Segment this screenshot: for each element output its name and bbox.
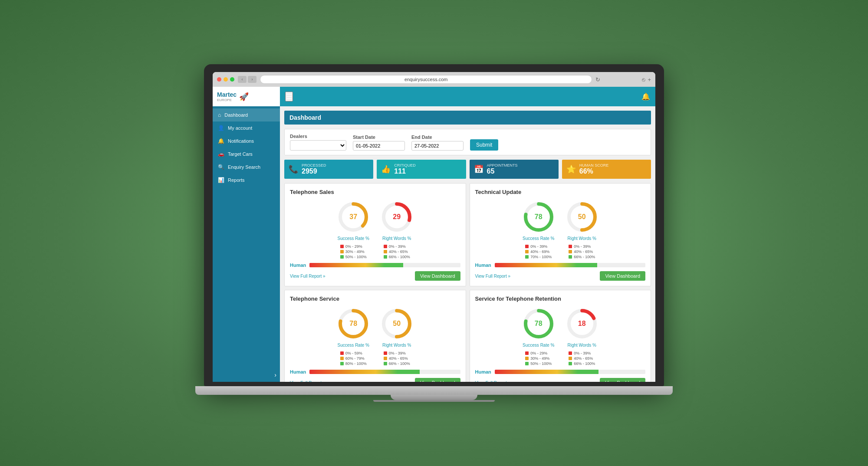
forward-button[interactable]: ›	[248, 76, 256, 83]
human-score-icon: ⭐	[566, 164, 576, 174]
legend-dot	[569, 245, 572, 248]
laptop-foot	[373, 400, 495, 402]
legend-dot	[384, 250, 387, 253]
charts-row: 37 Success Rate % 0% - 29% 30% - 49% 50%…	[290, 200, 460, 259]
legend-item: 40% - 65%	[384, 249, 410, 254]
card-footer: View Full Report » View Dashboard	[290, 271, 460, 281]
donut-right-words: 50	[565, 200, 599, 234]
view-dashboard-button[interactable]: View Dashboard	[600, 378, 645, 382]
legend-item: 40% - 69%	[525, 249, 552, 254]
sidebar-nav: ⌂ Dashboard 👤 My account 🔔 Notifications	[213, 106, 280, 368]
laptop-stand	[391, 395, 477, 400]
card-technical-update: Technical Update 78 Success Rate % 0% - …	[470, 183, 651, 286]
sidebar-item-dashboard[interactable]: ⌂ Dashboard	[213, 108, 280, 121]
legend-dot	[340, 250, 344, 253]
legend-text: 0% - 29%	[530, 351, 547, 355]
sidebar-collapse-button[interactable]: ›	[213, 368, 280, 382]
chart-success-rate: 37 Success Rate % 0% - 29% 30% - 49% 50%…	[336, 200, 371, 259]
sidebar-item-account[interactable]: 👤 My account	[213, 121, 280, 135]
human-row: Human 62%	[290, 263, 460, 268]
legend-item: 0% - 29%	[340, 244, 367, 249]
card-title: Telephone Sales	[290, 189, 460, 195]
hamburger-menu-button[interactable]: ☰	[285, 92, 293, 102]
stat-appointments: 📅 APPOINTMENTS 65	[470, 160, 559, 179]
notification-button[interactable]: 🔔	[641, 92, 650, 101]
chart-label: Success Rate %	[523, 236, 554, 241]
legend-text: 70% - 100%	[530, 255, 552, 259]
legend-dot	[384, 255, 387, 259]
start-date-input[interactable]	[353, 141, 405, 151]
legend-text: 66% - 100%	[389, 255, 410, 259]
chart-label: Success Rate %	[338, 343, 369, 348]
sidebar: Martec EUROPE 🚀 ⌂ Dashboard 👤 My account	[213, 87, 280, 382]
chart-success-rate: 78 Success Rate % 0% - 59% 60% - 79% 80%…	[336, 306, 371, 366]
legend: 0% - 39% 40% - 65% 66% - 100%	[384, 351, 410, 366]
legend: 0% - 39% 40% - 65% 66% - 100%	[569, 244, 595, 259]
maximize-button[interactable]	[230, 77, 234, 82]
end-date-input[interactable]	[411, 141, 464, 151]
view-report-link[interactable]: View Full Report »	[290, 381, 326, 382]
view-dashboard-button[interactable]: View Dashboard	[415, 378, 460, 382]
stats-row: 📞 PROCESSED 2959 👍 CRITIQUED	[284, 160, 651, 179]
legend: 0% - 39% 40% - 65% 66% - 100%	[569, 351, 595, 366]
view-report-link[interactable]: View Full Report »	[475, 381, 511, 382]
minimize-button[interactable]	[224, 77, 228, 82]
close-button[interactable]	[217, 77, 221, 82]
legend-item: 66% - 100%	[569, 255, 595, 259]
appointments-icon: 📅	[474, 164, 483, 174]
legend-text: 40% - 69%	[530, 249, 549, 254]
donut-right-words: 29	[379, 200, 414, 234]
donut-value: 37	[349, 213, 357, 221]
dashboard-grid: Telephone Sales 37 Success Rate % 0% - 2…	[284, 183, 651, 382]
legend-item: 0% - 59%	[340, 351, 367, 355]
topbar-left: ☰	[285, 92, 293, 102]
sidebar-item-reports[interactable]: 📊 Reports	[213, 174, 280, 187]
sidebar-item-notifications[interactable]: 🔔 Notifications	[213, 135, 280, 148]
target-cars-icon: 🚗	[218, 151, 224, 157]
legend-item: 0% - 39%	[525, 244, 552, 249]
new-tab-button[interactable]: +	[648, 76, 651, 83]
dealers-select[interactable]	[290, 140, 346, 151]
donut-value: 29	[393, 213, 401, 221]
human-label: Human	[290, 369, 306, 374]
back-button[interactable]: ‹	[238, 76, 247, 83]
sidebar-logo: Martec EUROPE 🚀	[213, 87, 280, 106]
app-container: Martec EUROPE 🚀 ⌂ Dashboard 👤 My account	[213, 87, 655, 382]
donut-success: 78	[521, 200, 556, 234]
view-report-link[interactable]: View Full Report »	[475, 274, 511, 279]
sidebar-item-label: Dashboard	[224, 112, 248, 118]
human-score-value: 66%	[579, 167, 609, 175]
refresh-button[interactable]: ↻	[595, 76, 600, 83]
legend-dot	[569, 250, 572, 253]
card-footer: View Full Report » View Dashboard	[475, 378, 646, 382]
card-telephone-sales: Telephone Sales 37 Success Rate % 0% - 2…	[284, 183, 466, 286]
page-title: Dashboard	[284, 111, 651, 125]
sidebar-item-target-cars[interactable]: 🚗 Target Cars	[213, 148, 280, 161]
share-button[interactable]: ⎋	[642, 76, 645, 83]
legend-item: 0% - 39%	[384, 351, 410, 355]
stat-processed: 📞 PROCESSED 2959	[284, 160, 373, 179]
view-dashboard-button[interactable]: View Dashboard	[415, 271, 460, 281]
critiqued-value: 111	[394, 167, 416, 175]
appointments-label: APPOINTMENTS	[487, 163, 518, 167]
legend-item: 40% - 65%	[569, 249, 595, 254]
submit-button[interactable]: Submit	[470, 139, 498, 151]
view-dashboard-button[interactable]: View Dashboard	[600, 271, 645, 281]
legend-dot	[340, 357, 344, 360]
legend-item: 40% - 65%	[569, 356, 595, 361]
legend-item: 0% - 29%	[525, 351, 552, 355]
processed-label: PROCESSED	[302, 163, 326, 167]
legend-item: 66% - 100%	[569, 361, 595, 366]
donut-success: 78	[336, 306, 371, 341]
legend-dot	[525, 357, 529, 360]
sidebar-item-enquiry-search[interactable]: 🔍 Enquiry Search	[213, 161, 280, 174]
screen-bezel: ‹ › enquirysuccess.com ↻ ⎋ + Martec	[204, 64, 664, 386]
address-bar[interactable]: enquirysuccess.com	[260, 75, 592, 84]
nav-buttons: ‹ ›	[238, 76, 256, 83]
legend-text: 0% - 59%	[345, 351, 362, 355]
progress-bar	[309, 263, 403, 267]
logo-sub: EUROPE	[217, 98, 237, 102]
legend: 0% - 59% 60% - 79% 80% - 100%	[340, 351, 367, 366]
view-report-link[interactable]: View Full Report »	[290, 274, 326, 279]
legend-item: 0% - 39%	[569, 351, 595, 355]
